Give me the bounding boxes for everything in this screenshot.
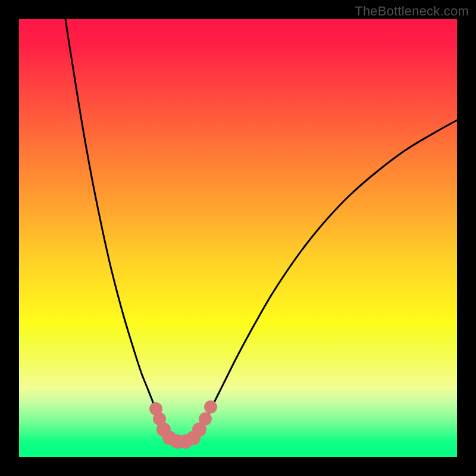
bottleneck-chart — [19, 19, 457, 457]
plot-area — [19, 19, 457, 457]
bottleneck-curve — [65, 19, 457, 441]
valley-marker — [204, 400, 217, 414]
valley-marker — [199, 412, 212, 425]
watermark-text: TheBottleneck.com — [355, 4, 469, 19]
chart-frame: TheBottleneck.com — [0, 0, 476, 476]
